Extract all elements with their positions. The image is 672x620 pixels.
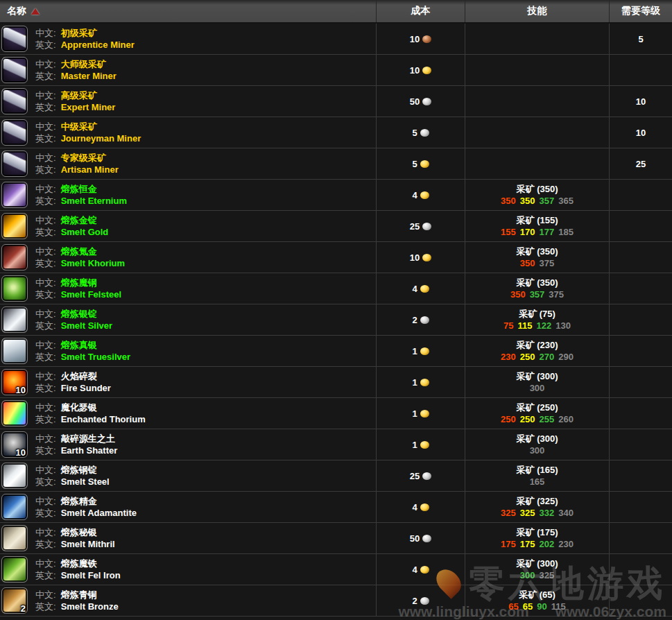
recipe-name-chinese[interactable]: 火焰碎裂	[61, 371, 97, 381]
gold-bar-icon[interactable]	[1, 213, 28, 239]
english-label: 英文:	[35, 289, 56, 300]
skill-cell: 采矿 (325) 325325332340	[465, 492, 609, 522]
khorium-bar-icon[interactable]	[1, 244, 28, 270]
chinese-label: 中文:	[35, 28, 56, 38]
mithril-bar-icon[interactable]	[1, 525, 28, 551]
skill-breakpoint: 202	[540, 539, 555, 549]
cost-amount: 5	[412, 128, 417, 138]
table-header: 名称 成本 技能 需要等级	[0, 0, 672, 24]
column-header-name[interactable]: 名称	[0, 0, 376, 22]
recipe-name-english[interactable]: Smelt Eternium	[61, 196, 127, 206]
required-level-cell: 10	[609, 117, 672, 148]
cost-cell: 4	[376, 180, 465, 210]
recipe-name-chinese[interactable]: 中级采矿	[61, 121, 97, 132]
skill-breakpoint: 250	[520, 352, 535, 362]
cost-amount: 25	[410, 221, 420, 232]
mining-pick-icon[interactable]	[1, 150, 28, 177]
recipe-name-chinese[interactable]: 专家级采矿	[61, 153, 106, 163]
recipe-name-chinese[interactable]: 熔炼真银	[61, 340, 97, 350]
recipe-name-english[interactable]: Smelt Felsteel	[61, 289, 121, 300]
skill-breakpoint: 300	[520, 570, 535, 580]
bronze-bar-icon[interactable]: 2	[1, 587, 28, 614]
recipe-name-english[interactable]: Smelt Fel Iron	[61, 570, 121, 580]
skill-breakpoints: 300	[528, 382, 547, 394]
recipe-name-english[interactable]: Earth Shatter	[61, 445, 118, 456]
chinese-label: 中文:	[35, 121, 56, 132]
column-header-cost[interactable]: 成本	[376, 0, 465, 22]
recipe-name-chinese[interactable]: 熔炼魔铁	[61, 558, 97, 569]
recipe-name-chinese[interactable]: 初级采矿	[61, 28, 97, 38]
recipe-name-chinese[interactable]: 熔炼氪金	[61, 246, 97, 257]
recipe-name-english[interactable]: Artisan Miner	[61, 164, 119, 175]
column-header-skill[interactable]: 技能	[465, 0, 609, 22]
table-row: 10 中文:火焰碎裂 英文:Fire Sunder 1 采矿 (300) 300	[0, 367, 672, 398]
coin-icon	[422, 223, 431, 230]
recipe-name-chinese[interactable]: 大师级采矿	[61, 59, 106, 69]
recipe-name-chinese[interactable]: 熔炼银锭	[61, 309, 97, 319]
column-header-required-level[interactable]: 需要等级	[609, 0, 672, 22]
cost-amount: 4	[412, 284, 417, 294]
recipe-name-english[interactable]: Expert Miner	[61, 102, 116, 112]
recipe-name-chinese[interactable]: 敲碎源生之土	[61, 433, 115, 444]
recipe-name-chinese[interactable]: 熔炼恒金	[61, 184, 97, 194]
mining-pick-icon[interactable]	[1, 119, 28, 146]
recipe-name-english[interactable]: Smelt Khorium	[61, 258, 125, 268]
cost-amount: 2	[412, 596, 417, 606]
recipe-name-chinese[interactable]: 熔炼金锭	[61, 215, 97, 225]
recipe-name-chinese[interactable]: 熔炼秘银	[61, 527, 97, 537]
fel-iron-chunk-icon[interactable]	[1, 556, 28, 583]
recipe-name-chinese[interactable]: 熔炼青铜	[61, 589, 97, 600]
recipe-name-english[interactable]: Smelt Mithril	[61, 539, 115, 549]
chinese-label: 中文:	[35, 527, 56, 537]
required-level-value: 10	[636, 96, 646, 107]
recipe-name-english[interactable]: Master Miner	[61, 71, 117, 81]
skill-cell: 采矿 (75) 75115122130	[465, 304, 609, 335]
recipe-names: 中文:高级采矿 英文:Expert Miner	[35, 89, 115, 113]
recipe-name-chinese[interactable]: 高级采矿	[61, 90, 97, 101]
mining-pick-icon[interactable]	[1, 57, 28, 83]
steel-bar-icon[interactable]	[1, 463, 28, 489]
recipe-name-english[interactable]: Smelt Gold	[61, 227, 109, 237]
recipe-name-chinese[interactable]: 魔化瑟银	[61, 402, 97, 413]
cost-cell: 5	[376, 117, 465, 148]
recipe-name-english[interactable]: Smelt Steel	[61, 476, 110, 487]
truesilver-bar-icon[interactable]	[1, 338, 28, 364]
felsteel-bar-icon[interactable]	[1, 275, 28, 302]
required-level-cell	[609, 304, 672, 335]
skill-title: 采矿 (300)	[517, 370, 558, 382]
recipe-name-english[interactable]: Enchanted Thorium	[61, 414, 146, 424]
required-level-value: 5	[638, 34, 643, 44]
table-row: 10 中文:敲碎源生之土 英文:Earth Shatter 1 采矿 (300)…	[0, 429, 672, 460]
cost-cell: 4	[376, 554, 465, 585]
chinese-label: 中文:	[35, 153, 56, 163]
fire-icon[interactable]: 10	[1, 369, 28, 395]
skill-breakpoint: 357	[540, 196, 555, 206]
earth-icon[interactable]: 10	[1, 431, 28, 458]
recipe-name-english[interactable]: Smelt Bronze	[61, 601, 119, 612]
skill-breakpoints: 175175202230	[499, 538, 576, 550]
enchanted-thorium-icon[interactable]	[1, 400, 28, 427]
recipe-name-english[interactable]: Journeyman Miner	[61, 133, 141, 144]
recipe-name-english[interactable]: Fire Sunder	[61, 383, 111, 393]
mining-pick-icon[interactable]	[1, 26, 28, 52]
english-label: 英文:	[35, 601, 56, 612]
recipe-name-english[interactable]: Apprentice Miner	[61, 40, 135, 50]
english-label: 英文:	[35, 102, 56, 112]
chinese-label: 中文:	[35, 465, 56, 475]
mining-pick-icon[interactable]	[1, 88, 28, 114]
recipe-name-chinese[interactable]: 熔炼钢锭	[61, 465, 97, 475]
skill-breakpoint: 325	[520, 508, 535, 518]
recipe-name-english[interactable]: Smelt Silver	[61, 320, 112, 331]
recipe-names: 中文:熔炼魔铁 英文:Smelt Fel Iron	[35, 558, 121, 581]
recipe-name-chinese[interactable]: 熔炼魔钢	[61, 277, 97, 288]
coin-icon	[420, 347, 429, 355]
recipe-name-chinese[interactable]: 熔炼精金	[61, 496, 97, 506]
recipe-name-english[interactable]: Smelt Adamantite	[61, 508, 137, 518]
adamantite-bar-icon[interactable]	[1, 494, 28, 520]
silver-bar-icon[interactable]	[1, 307, 28, 333]
cost-amount: 4	[412, 190, 417, 200]
coin-icon	[420, 191, 429, 199]
recipe-name-english[interactable]: Smelt Truesilver	[61, 352, 130, 362]
required-level-cell	[609, 211, 672, 241]
eternium-bar-icon[interactable]	[1, 182, 28, 208]
